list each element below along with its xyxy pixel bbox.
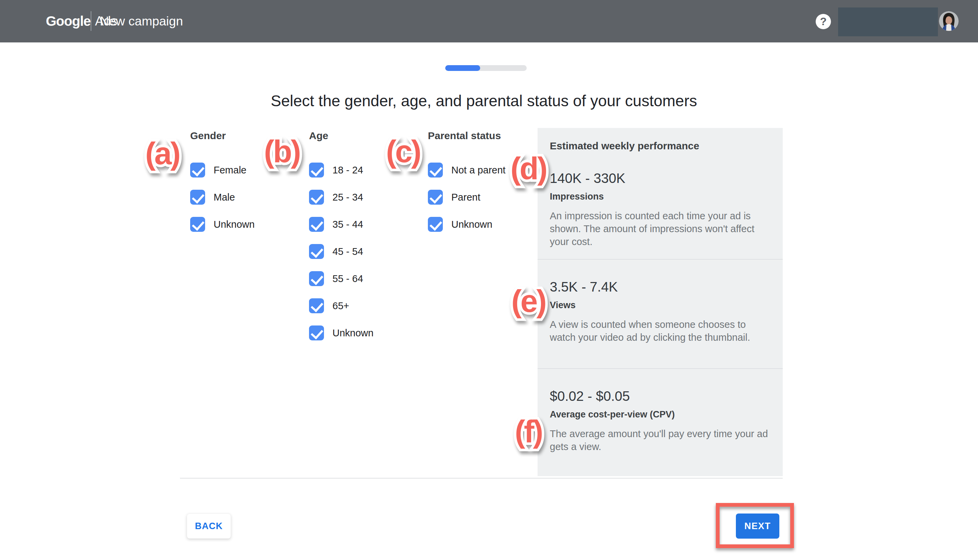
checkbox-age-35-44[interactable]: 35 - 44 (309, 217, 374, 232)
cpv-label: Average cost-per-view (CPV) (550, 409, 771, 420)
annotation-marker-b: (b) (264, 134, 299, 169)
views-section: 3.5K - 7.4K Views A view is counted when… (537, 260, 783, 369)
cpv-section: $0.02 - $0.05 Average cost-per-view (CPV… (537, 369, 783, 476)
page-heading: Select the gender, age, and parental sta… (185, 92, 783, 110)
user-avatar[interactable] (939, 11, 959, 31)
checkbox-gender-male[interactable]: Male (190, 190, 255, 205)
checked-checkbox-icon (309, 271, 324, 286)
checked-checkbox-icon (309, 244, 324, 259)
checked-checkbox-icon (309, 190, 324, 205)
checked-checkbox-icon (309, 217, 324, 232)
checked-checkbox-icon (190, 190, 205, 205)
question-mark-glyph: ? (820, 15, 827, 28)
age-group-label: Age (309, 130, 374, 142)
checked-checkbox-icon (309, 163, 324, 178)
checked-checkbox-icon (190, 217, 205, 232)
checked-checkbox-icon (190, 163, 205, 178)
help-icon[interactable]: ? (816, 14, 831, 29)
avatar-image (939, 11, 959, 31)
gender-group: Gender Female Male Unknown (190, 130, 255, 244)
performance-panel-title: Estimated weekly performance (550, 128, 771, 152)
checked-checkbox-icon (309, 325, 324, 340)
impressions-label: Impressions (550, 192, 771, 202)
age-options: 18 - 24 25 - 34 35 - 44 45 - 54 55 - 64 … (309, 163, 374, 340)
parental-status-group-label: Parental status (428, 130, 506, 142)
checkbox-age-25-34[interactable]: 25 - 34 (309, 190, 374, 205)
redacted-account-block (838, 7, 938, 36)
parental-status-options: Not a parent Parent Unknown (428, 163, 506, 232)
views-value: 3.5K - 7.4K (550, 260, 771, 295)
impressions-section: Estimated weekly performance 140K - 330K… (537, 128, 783, 260)
checked-checkbox-icon (428, 217, 443, 232)
checkbox-gender-female[interactable]: Female (190, 163, 255, 178)
performance-panel: Estimated weekly performance 140K - 330K… (537, 128, 783, 476)
checkbox-age-45-54[interactable]: 45 - 54 (309, 244, 374, 259)
impressions-value: 140K - 330K (550, 171, 771, 186)
progress-fill (445, 65, 480, 71)
checkbox-parental-parent[interactable]: Parent (428, 190, 506, 205)
annotation-marker-c: (c) (386, 134, 420, 169)
annotation-marker-a: (a) (145, 136, 179, 172)
parental-status-group: Parental status Not a parent Parent Unkn… (428, 130, 506, 244)
next-button[interactable]: NEXT (736, 513, 779, 538)
gender-options: Female Male Unknown (190, 163, 255, 232)
header-divider (91, 11, 91, 31)
progress-bar (445, 65, 527, 71)
gender-group-label: Gender (190, 130, 255, 142)
impressions-description: An impression is counted each time your … (550, 209, 771, 248)
app-header: Google Ads New campaign ? (0, 0, 978, 42)
header-page-title: New campaign (100, 0, 183, 42)
content-footer-divider (180, 478, 783, 478)
checkbox-age-55-64[interactable]: 55 - 64 (309, 271, 374, 286)
cpv-description: The average amount you'll pay every time… (550, 427, 771, 453)
checked-checkbox-icon (309, 298, 324, 313)
logo-google-text: Google (46, 13, 91, 29)
checkbox-age-65-plus[interactable]: 65+ (309, 298, 374, 313)
back-button[interactable]: BACK (187, 513, 231, 538)
google-ads-new-campaign-screen: Google Ads New campaign ? Select the gen… (0, 0, 978, 560)
checked-checkbox-icon (428, 190, 443, 205)
views-label: Views (550, 300, 771, 310)
checkbox-age-unknown[interactable]: Unknown (309, 325, 374, 340)
age-group: Age 18 - 24 25 - 34 35 - 44 45 - 54 55 -… (309, 130, 374, 353)
cpv-value: $0.02 - $0.05 (550, 369, 771, 404)
checkbox-age-18-24[interactable]: 18 - 24 (309, 163, 374, 178)
checkbox-parental-not-a-parent[interactable]: Not a parent (428, 163, 506, 178)
checkbox-gender-unknown[interactable]: Unknown (190, 217, 255, 232)
views-description: A view is counted when someone chooses t… (550, 318, 771, 344)
checked-checkbox-icon (428, 163, 443, 178)
checkbox-parental-unknown[interactable]: Unknown (428, 217, 506, 232)
